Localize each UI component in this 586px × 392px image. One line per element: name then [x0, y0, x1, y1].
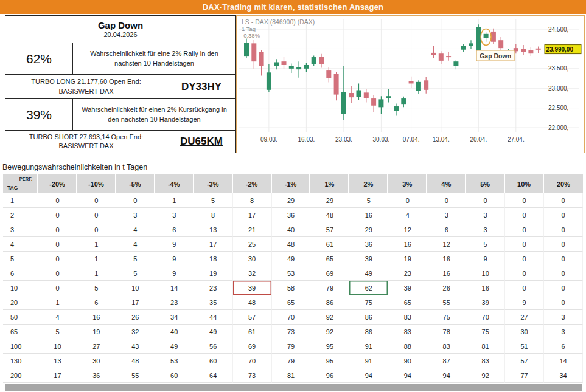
value-cell-1--2%: 8 — [233, 193, 272, 208]
value-cell-5-1%: 65 — [310, 252, 349, 266]
value-cell-65-4%: 78 — [427, 325, 466, 339]
value-cell-50-5%: 70 — [466, 310, 505, 325]
value-cell-1--10%: 0 — [77, 193, 116, 208]
table-row-tag-6: 60159193253694923161000 — [3, 266, 583, 281]
candle-13 — [341, 66, 346, 120]
value-cell-130-10%: 57 — [505, 354, 544, 368]
value-cell-130--4%: 53 — [155, 354, 194, 368]
value-cell-6-20%: 0 — [544, 266, 583, 281]
x-axis-label-16.03.: 16.03. — [298, 136, 315, 143]
tag-cell: 50 — [3, 310, 38, 325]
tag-cell: 100 — [3, 339, 38, 354]
candle-body — [394, 106, 399, 111]
candle-21 — [401, 97, 406, 107]
value-cell-4-20%: 0 — [544, 237, 583, 252]
value-cell-1--20%: 0 — [38, 193, 77, 208]
candle-body — [416, 82, 421, 91]
value-cell-3-3%: 12 — [388, 222, 427, 237]
x-axis-label-07.04.: 07.04. — [403, 136, 420, 143]
signal-date: 20.04.2026 — [103, 31, 137, 38]
x-axis-label-23.03.: 23.03. — [335, 136, 352, 143]
value-cell-50-2%: 86 — [349, 310, 388, 325]
table-row-tag-2: 2003381736481643300 — [3, 208, 583, 222]
candle-body — [326, 70, 331, 78]
candlestick-chart[interactable]: 24.500,23.500,23.000,22.500,22.000,09.03… — [236, 15, 585, 153]
value-cell-6--1%: 53 — [272, 266, 311, 281]
value-cell-50-3%: 83 — [388, 310, 427, 325]
value-cell-20-2%: 75 — [349, 295, 388, 310]
turbo-long-code-link[interactable]: DY33HY — [167, 75, 235, 98]
candle-8 — [304, 63, 309, 72]
corner-tag-label: TAG — [7, 185, 18, 191]
horizontal-scrollbar-thumb[interactable] — [5, 384, 582, 391]
value-cell-1--1%: 29 — [272, 193, 311, 208]
turbo-short-label: TURBO SHORT 27.693,14 Open End: BASISWER… — [5, 131, 167, 153]
value-cell-1-5%: 0 — [466, 193, 505, 208]
value-cell-20--2%: 48 — [233, 295, 272, 310]
value-cell-200--5%: 55 — [116, 368, 155, 383]
value-cell-130-5%: 83 — [466, 354, 505, 368]
candle-body — [334, 74, 339, 95]
value-cell-10-10%: 0 — [505, 281, 544, 295]
value-cell-1--4%: 1 — [155, 193, 194, 208]
value-cell-50-10%: 27 — [505, 310, 544, 325]
value-cell-10--10%: 5 — [77, 281, 116, 295]
value-cell-100-3%: 88 — [388, 339, 427, 354]
value-cell-50--10%: 16 — [77, 310, 116, 325]
value-cell-6-3%: 23 — [388, 266, 427, 281]
value-cell-10-1%: 79 — [310, 281, 349, 295]
value-cell-200--4%: 60 — [155, 368, 194, 383]
value-cell-10-20%: 0 — [544, 281, 583, 295]
value-cell-10-3%: 39 — [388, 281, 427, 295]
app-header: DAX-Trading mit klaren, statistischen An… — [0, 0, 586, 14]
value-cell-2-10%: 0 — [505, 208, 544, 222]
value-cell-1-3%: 0 — [388, 193, 427, 208]
candle-27 — [446, 52, 451, 61]
table-row-tag-5: 5015918304965391916900 — [3, 252, 583, 266]
x-axis-label-09.03.: 09.03. — [260, 136, 277, 143]
value-cell-2-1%: 48 — [310, 208, 349, 222]
candle-body — [244, 43, 249, 56]
value-cell-50-4%: 75 — [427, 310, 466, 325]
value-cell-5--2%: 30 — [233, 252, 272, 266]
app-title: DAX-Trading mit klaren, statistischen An… — [203, 2, 383, 12]
table-title: Bewegungswahrscheinlichkeiten in t Tagen — [2, 163, 147, 171]
value-cell-50--3%: 44 — [194, 310, 233, 325]
value-cell-20--20%: 1 — [38, 295, 77, 310]
candle-23 — [416, 80, 421, 94]
table-row-tag-4: 4014917254861361612500 — [3, 237, 583, 252]
value-cell-20-10%: 9 — [505, 295, 544, 310]
value-cell-1--3%: 5 — [194, 193, 233, 208]
value-cell-10-2%: 62 — [349, 281, 388, 295]
candle-17 — [371, 95, 376, 112]
table-row-tag-1: 10001582929500000 — [3, 193, 583, 208]
candle-body — [378, 99, 383, 107]
value-cell-130--3%: 60 — [194, 354, 233, 368]
candle-3 — [267, 64, 271, 92]
decline-row: 39% Wahrscheinlichkeit für einen 2% Kurs… — [5, 98, 235, 130]
value-cell-6--4%: 9 — [155, 266, 194, 281]
tag-cell: 10 — [3, 281, 38, 295]
value-cell-200-4%: 94 — [427, 368, 466, 383]
x-axis-label-13.04.: 13.04. — [433, 136, 450, 143]
value-cell-5-10%: 0 — [505, 252, 544, 266]
candle-body — [296, 67, 301, 69]
value-cell-3-5%: 3 — [466, 222, 505, 237]
value-cell-2--10%: 0 — [77, 208, 116, 222]
candle-31 — [476, 24, 481, 53]
value-cell-20-5%: 39 — [466, 295, 505, 310]
last-price-value: 23.990,00 — [546, 46, 574, 53]
column-header--3%: -3% — [194, 174, 233, 193]
candle-body — [304, 65, 309, 69]
value-cell-65--4%: 40 — [155, 325, 194, 339]
candle-32 — [484, 32, 489, 42]
column-header--2%: -2% — [233, 174, 272, 193]
value-cell-5--20%: 0 — [38, 252, 77, 266]
horizontal-scrollbar-track[interactable] — [0, 383, 586, 392]
value-cell-4--5%: 4 — [116, 237, 155, 252]
value-cell-130--5%: 48 — [116, 354, 155, 368]
turbo-short-code-link[interactable]: DU65KM — [167, 131, 235, 153]
tag-cell: 6 — [3, 266, 38, 281]
column-header-1%: 1% — [310, 174, 349, 193]
value-cell-200-3%: 94 — [388, 368, 427, 383]
